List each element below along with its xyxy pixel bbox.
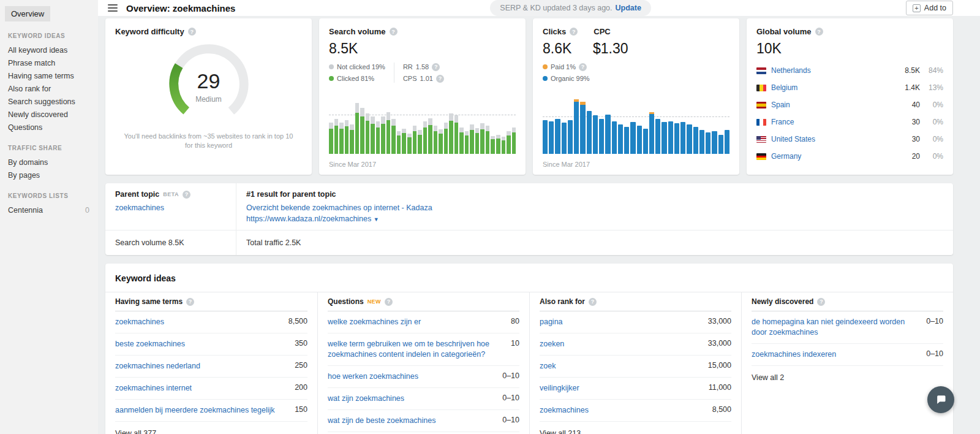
not-clicked-dot-icon <box>329 64 334 69</box>
keyword-link[interactable]: zoekmachines internet <box>115 383 192 394</box>
sidebar-item[interactable]: By domains <box>8 156 98 169</box>
help-icon[interactable]: ? <box>436 75 444 83</box>
since-label: Since Mar 2017 <box>329 161 376 168</box>
keyword-volume: 11,000 <box>709 383 731 392</box>
chart-bar <box>334 119 339 154</box>
chart-bar-cap <box>329 123 333 129</box>
result-url-link[interactable]: https://www.kadaza.nl/zoekmachines ▼ <box>246 215 943 223</box>
country-link[interactable]: France <box>771 118 893 126</box>
keyword-link[interactable]: welke term gebruiken we om te beschrijve… <box>328 339 503 360</box>
chart-bar <box>587 111 592 154</box>
keyword-column-having-same-terms: Having same terms ? zoekmachines8,500bes… <box>105 292 317 434</box>
keyword-link[interactable]: zoeken <box>540 339 564 349</box>
chart-bar-cap <box>381 116 385 124</box>
keyword-ideas-title: Keyword ideas <box>105 273 953 283</box>
view-all-link[interactable]: View all 213 <box>540 422 731 434</box>
help-icon[interactable]: ? <box>188 28 196 36</box>
sidebar-item[interactable]: All keyword ideas <box>8 44 98 56</box>
chevron-down-icon[interactable]: ▼ <box>374 216 379 223</box>
keyword-link[interactable]: wat zijn de beste zoekmachines <box>328 416 435 426</box>
help-icon[interactable]: ? <box>183 191 190 199</box>
keyword-row: zoeken33,000 <box>540 333 731 356</box>
sidebar-item[interactable]: Having same terms <box>8 69 98 82</box>
keyword-link[interactable]: hoe werken zoekmachines <box>328 371 418 382</box>
sidebar-item[interactable]: Questions <box>8 121 98 134</box>
flag-us-icon <box>756 136 766 143</box>
country-link[interactable]: Germany <box>771 152 893 161</box>
hamburger-menu-icon[interactable] <box>108 4 118 12</box>
keyword-link[interactable]: zoek <box>540 361 556 371</box>
country-volume: 30 <box>898 135 920 143</box>
chart-bar <box>439 129 443 154</box>
chart-bar <box>680 122 685 154</box>
result-link[interactable]: Overzicht bekende zoekmachines op intern… <box>246 203 943 213</box>
update-link[interactable]: Update <box>616 4 641 12</box>
sidebar-item[interactable]: Search suggestions <box>8 95 98 108</box>
keyword-link[interactable]: wat zijn zoekmachines <box>328 394 404 404</box>
sidebar-section-title: KEYWORD IDEAS <box>8 32 98 39</box>
country-link[interactable]: Belgium <box>771 83 893 92</box>
flag-de-icon <box>756 153 766 160</box>
main-area: Overview: zoekmachines SERP & KD updated… <box>98 0 980 434</box>
country-percent: 84% <box>925 66 943 75</box>
chart-bar <box>397 131 401 154</box>
keyword-link[interactable]: beste zoekmachines <box>115 339 185 349</box>
chart-bar <box>593 115 598 154</box>
sidebar-item[interactable]: Newly discovered <box>8 108 98 121</box>
header: Overview: zoekmachines SERP & KD updated… <box>98 0 980 16</box>
paid-label: Paid 1% <box>551 63 576 70</box>
new-badge: NEW <box>368 299 381 305</box>
help-icon[interactable]: ? <box>432 63 440 71</box>
keyword-volume: 0–10 <box>926 349 943 358</box>
country-link[interactable]: Spain <box>771 101 893 109</box>
chart-bar-cap <box>491 136 495 140</box>
chart-bar <box>674 123 679 154</box>
keyword-link[interactable]: zoekmachines nederland <box>115 361 200 371</box>
keyword-link[interactable]: pagina <box>540 317 563 327</box>
sidebar-item[interactable]: Also rank for <box>8 82 98 95</box>
country-percent: 0% <box>925 135 943 143</box>
country-link[interactable]: Netherlands <box>771 66 893 75</box>
chart-bar-cap <box>449 113 453 121</box>
help-icon[interactable]: ? <box>390 28 398 36</box>
help-icon[interactable]: ? <box>570 28 578 36</box>
keyword-link[interactable]: veilingkijker <box>540 383 579 394</box>
country-percent: 0% <box>925 152 943 161</box>
help-icon[interactable]: ? <box>589 298 597 306</box>
beta-badge: BETA <box>163 191 179 197</box>
sidebar-item[interactable]: By pages <box>8 169 98 181</box>
add-to-button[interactable]: + Add to <box>906 1 953 15</box>
help-icon[interactable]: ? <box>186 298 194 306</box>
help-icon[interactable]: ? <box>579 63 587 71</box>
help-icon[interactable]: ? <box>815 28 823 36</box>
help-icon[interactable]: ? <box>817 298 825 306</box>
parent-topic-keyword-link[interactable]: zoekmachines <box>115 203 226 213</box>
chat-widget-button[interactable] <box>927 386 954 413</box>
sidebar-item[interactable]: Phrase match <box>8 56 98 69</box>
keyword-link[interactable]: zoekmachines <box>540 405 589 416</box>
country-link[interactable]: United States <box>771 135 893 143</box>
keyword-volume: 80 <box>511 317 519 326</box>
help-icon[interactable]: ? <box>385 298 393 306</box>
keyword-volume: 0–10 <box>502 416 519 424</box>
sidebar-item[interactable]: Centennia0 <box>8 204 98 216</box>
flag-nl-icon <box>756 67 766 74</box>
sidebar-item-overview[interactable]: Overview <box>5 6 50 21</box>
difficulty-note: You'll need backlinks from ~35 websites … <box>115 132 302 151</box>
keyword-link[interactable]: welke zoekmachines zijn er <box>328 317 421 327</box>
keyword-link[interactable]: zoekmachines indexeren <box>752 349 836 360</box>
parent-topic-title: Parent topic <box>115 190 159 199</box>
serp-update-pill: SERP & KD updated 3 days ago.Update <box>490 0 651 16</box>
country-volume: 40 <box>898 101 920 109</box>
cps-value: 1.01 <box>420 75 433 82</box>
chart-bar <box>507 131 511 154</box>
keyword-link[interactable]: aanmelden bij meerdere zoekmachines tege… <box>115 405 275 416</box>
country-volume: 20 <box>898 152 920 161</box>
keyword-link[interactable]: zoekmachines <box>115 317 164 327</box>
view-all-link[interactable]: View all 2 <box>752 366 943 389</box>
column-header: Having same terms <box>115 297 183 306</box>
view-all-link[interactable]: View all 377 <box>115 422 307 434</box>
view-all-link[interactable]: View all 19 <box>328 432 519 434</box>
keyword-link[interactable]: de homepagina kan niet geindexeerd worde… <box>752 317 919 338</box>
country-row: Netherlands8.5K84% <box>756 62 943 79</box>
